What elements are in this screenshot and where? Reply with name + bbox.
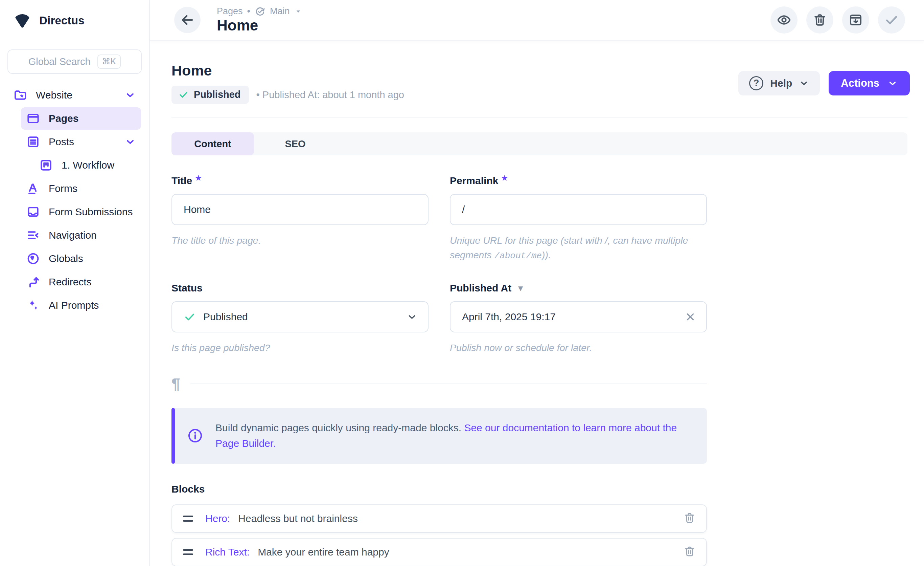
drag-handle-icon[interactable] <box>183 549 193 555</box>
info-banner: Build dynamic pages quickly using ready-… <box>171 408 707 464</box>
brand-name: Directus <box>39 14 84 27</box>
chevron-down-icon <box>799 78 809 88</box>
sparkles-icon <box>26 298 40 312</box>
tab-content[interactable]: Content <box>171 132 254 155</box>
breadcrumb-block: Pages • Main Home <box>217 6 302 34</box>
breadcrumb-collection[interactable]: Pages <box>217 6 243 17</box>
redirect-arrow-icon <box>26 275 40 289</box>
published-at-value: April 7th, 2025 19:17 <box>462 311 556 323</box>
sidebar: Directus Global Search ⌘K Website Pages <box>0 0 150 566</box>
title-label: Title★ <box>171 175 429 187</box>
window-title: Home <box>217 17 302 34</box>
block-title: Make your entire team happy <box>258 546 389 558</box>
sidebar-item-pages[interactable]: Pages <box>21 107 141 129</box>
sidebar-nav: Website Pages Posts <box>0 84 149 316</box>
trash-icon[interactable] <box>683 545 696 559</box>
archive-box-icon <box>848 12 863 27</box>
chevron-down-icon[interactable] <box>125 136 136 147</box>
sidebar-item-ai-prompts[interactable]: AI Prompts <box>21 294 141 316</box>
page-content: Home Published • Published At: about 1 m… <box>150 41 924 566</box>
article-icon <box>26 135 40 149</box>
title-field: Title★ The title of this page. <box>171 175 429 263</box>
arrow-left-icon <box>180 12 195 27</box>
permalink-input[interactable] <box>450 194 707 225</box>
main-area: Pages • Main Home <box>150 0 924 566</box>
sidebar-item-form-submissions[interactable]: Form Submissions <box>21 201 141 223</box>
info-icon <box>187 428 203 444</box>
help-button[interactable]: Help <box>738 71 820 95</box>
letter-a-underline-icon <box>26 182 40 195</box>
sidebar-item-navigation[interactable]: Navigation <box>21 224 141 247</box>
sidebar-item-workflow[interactable]: 1. Workflow <box>34 154 141 176</box>
delete-button[interactable] <box>806 6 833 33</box>
kanban-icon <box>39 158 53 172</box>
search-placeholder: Global Search <box>28 56 91 67</box>
sidebar-item-redirects[interactable]: Redirects <box>21 271 141 293</box>
check-icon <box>178 89 189 100</box>
form-fields: Title★ The title of this page. Permalink… <box>171 175 707 355</box>
block-row-hero[interactable]: Hero: Headless but not brainless <box>171 504 707 533</box>
published-at-label: Published At▼ <box>450 282 707 294</box>
divider <box>171 117 908 117</box>
sidebar-item-globals[interactable]: Globals <box>21 247 141 270</box>
sidebar-item-label: Website <box>36 89 72 101</box>
status-field: Status Published Is this page published? <box>171 282 429 355</box>
tab-seo[interactable]: SEO <box>254 132 336 155</box>
sidebar-item-label: Forms <box>49 183 78 194</box>
chevron-down-icon[interactable] <box>125 90 136 101</box>
check-icon <box>884 12 899 27</box>
globe-icon <box>26 252 40 265</box>
breadcrumb[interactable]: Pages • Main <box>217 6 302 17</box>
brand-home-link[interactable]: Directus <box>0 0 149 28</box>
published-at-field: Published At▼ April 7th, 2025 19:17 Publ… <box>450 282 707 355</box>
top-bar: Pages • Main Home <box>150 0 924 41</box>
status-badge-label: Published <box>194 89 241 100</box>
status-label: Status <box>171 282 429 294</box>
breadcrumb-version[interactable]: Main <box>270 6 290 17</box>
clear-icon[interactable] <box>684 311 696 323</box>
menu-collapse-icon <box>26 229 40 242</box>
actions-button[interactable]: Actions <box>829 71 910 95</box>
save-button[interactable] <box>878 6 905 33</box>
status-row: Published • Published At: about 1 month … <box>171 86 404 104</box>
global-search-input[interactable]: Global Search ⌘K <box>8 50 142 74</box>
title-input[interactable] <box>171 194 429 225</box>
page-head: Home Published • Published At: about 1 m… <box>171 62 910 104</box>
breadcrumb-separator: • <box>247 6 250 17</box>
required-star: ★ <box>501 174 508 181</box>
pilcrow-icon[interactable]: ¶ <box>171 376 180 392</box>
banner-text: Build dynamic pages quickly using ready-… <box>216 420 693 452</box>
tab-bar: Content SEO <box>171 132 908 155</box>
block-row-rich-text[interactable]: Rich Text: Make your entire team happy <box>171 538 707 566</box>
sidebar-item-label: Redirects <box>49 276 92 288</box>
block-title: Headless but not brainless <box>238 513 358 524</box>
version-published-icon <box>255 6 266 17</box>
blocks-label: Blocks <box>171 483 924 495</box>
banner-accent-bar <box>171 408 175 464</box>
caret-down-icon[interactable]: ▼ <box>516 284 525 293</box>
preview-button[interactable] <box>771 6 798 33</box>
caret-down-icon <box>294 8 302 15</box>
status-select[interactable]: Published <box>171 301 429 333</box>
help-icon <box>749 76 764 90</box>
inbox-tray-icon <box>26 205 40 219</box>
directus-logo-icon <box>14 14 30 28</box>
sidebar-item-website[interactable]: Website <box>8 84 141 106</box>
chevron-down-icon <box>406 311 418 323</box>
drag-handle-icon[interactable] <box>183 516 193 522</box>
chevron-down-icon <box>888 78 898 88</box>
back-button[interactable] <box>174 7 201 33</box>
sidebar-item-forms[interactable]: Forms <box>21 178 141 200</box>
archive-button[interactable] <box>842 6 869 33</box>
search-shortcut-badge: ⌘K <box>98 54 121 69</box>
folder-star-icon <box>14 88 27 102</box>
published-at-input[interactable]: April 7th, 2025 19:17 <box>450 301 707 333</box>
trash-icon <box>812 12 827 27</box>
divider-line <box>190 384 707 384</box>
title-hint: The title of this page. <box>171 233 422 248</box>
permalink-field: Permalink★ Unique URL for this page (sta… <box>450 175 707 263</box>
sidebar-item-label: AI Prompts <box>49 300 99 311</box>
trash-icon[interactable] <box>683 512 696 526</box>
sidebar-item-posts[interactable]: Posts <box>21 131 141 153</box>
sidebar-item-label: Globals <box>49 253 83 264</box>
